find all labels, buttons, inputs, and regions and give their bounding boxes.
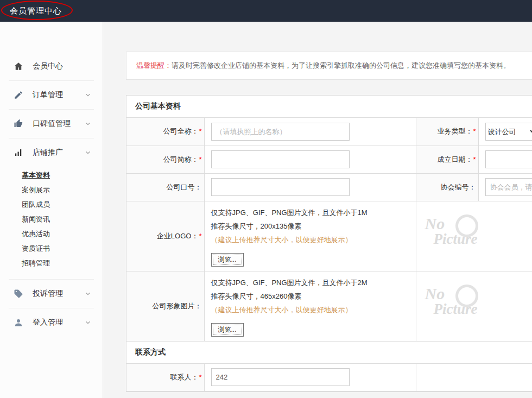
empty-cell	[416, 364, 532, 391]
business-type-input-cell: 设计公司	[478, 118, 532, 146]
contact-table: 联系人：*	[126, 364, 532, 392]
tag-icon	[13, 288, 24, 299]
sidebar-item-label: 订单管理	[33, 90, 84, 100]
company-info-panel: 公司基本资料 公司全称：* 业务类型：* 设计公司	[126, 95, 532, 392]
notice-text: 请及时完善修改企业店铺的基本资料，为了让搜索引擎抓取准确的公司信息，建议您准确填…	[172, 61, 510, 70]
sidebar-group: 订单管理	[9, 80, 94, 109]
required-mark: *	[199, 373, 201, 381]
field-label: 公司口号：	[167, 183, 202, 191]
company-logo-label-cell: 企业LOGO：*	[126, 201, 204, 271]
chevron-down-icon	[84, 91, 92, 99]
sidebar-item-reputation-management[interactable]: 口碑值管理	[9, 110, 94, 138]
table-row: 联系人：*	[126, 364, 532, 391]
association-no-input-cell	[478, 173, 532, 201]
upload-size-line: 推荐头像尺寸，200x135像素	[211, 219, 409, 233]
required-mark: *	[473, 155, 476, 163]
sidebar-item-complaint-management[interactable]: 投诉管理	[9, 280, 94, 308]
main-layout: 会员中心 订单管理 口碑值管理	[0, 22, 532, 398]
established-date-input[interactable]	[485, 150, 532, 168]
table-row: 企业LOGO：* 仅支持JPG、GIF、PNG图片文件，且文件小于1M 推荐头像…	[126, 201, 532, 271]
contact-person-label-cell: 联系人：*	[126, 364, 204, 391]
edit-icon	[13, 90, 24, 100]
sidebar: 会员中心 订单管理 口碑值管理	[0, 22, 103, 398]
sidebar-item-login-management[interactable]: 登入管理	[9, 308, 94, 337]
sidebar-item-order-management[interactable]: 订单管理	[9, 81, 94, 109]
established-date-label-cell: 成立日期：*	[416, 146, 478, 173]
sidebar-submenu: 基本资料 案例展示 团队成员 新闻资讯 优惠活动 资质证书 招聘管理	[9, 167, 94, 279]
upload-hint-line: （建议上传推荐尺寸大小，以便更好地展示）	[211, 303, 409, 317]
table-row: 公司简称：* 成立日期：*	[126, 146, 532, 173]
logo-browse-button[interactable]: 浏览...	[211, 253, 244, 267]
required-mark: *	[199, 127, 201, 135]
company-slogan-label-cell: 公司口号：	[126, 173, 204, 201]
sidebar-subitem-certificates[interactable]: 资质证书	[22, 241, 94, 256]
sidebar-subitem-case-display[interactable]: 案例展示	[22, 182, 94, 197]
sidebar-subitem-recruitment[interactable]: 招聘管理	[22, 256, 94, 270]
contact-person-input[interactable]	[211, 368, 350, 386]
company-full-name-input[interactable]	[211, 123, 350, 141]
upload-rule-line: 仅支持JPG、GIF、PNG图片文件，且文件小于1M	[211, 206, 409, 219]
sidebar-item-label: 登入管理	[33, 318, 84, 327]
sidebar-item-label: 会员中心	[33, 61, 94, 71]
required-mark: *	[473, 127, 476, 135]
section-title-contact: 联系方式	[126, 342, 532, 364]
table-row: 公司口号： 协会编号：	[126, 173, 532, 201]
required-mark: *	[199, 232, 201, 240]
association-no-label-cell: 协会编号：	[416, 173, 478, 201]
sidebar-group: 投诉管理	[9, 279, 94, 308]
no-picture-placeholder: No Picture	[425, 285, 506, 328]
field-label: 协会编号：	[441, 183, 476, 191]
sidebar-group: 店铺推广 基本资料 案例展示 团队成员 新闻资讯 优惠活动 资质证书 招聘管理	[9, 138, 94, 279]
no-picture-text: Picture	[434, 231, 506, 248]
table-row: 公司全称：* 业务类型：* 设计公司	[126, 118, 532, 146]
company-full-name-label-cell: 公司全称：*	[126, 118, 204, 146]
field-label: 公司简称：	[163, 155, 198, 163]
sidebar-subitem-team-members[interactable]: 团队成员	[22, 197, 94, 212]
business-type-select[interactable]: 设计公司	[485, 123, 532, 141]
required-mark: *	[199, 155, 201, 163]
section-title-company-info: 公司基本资料	[126, 96, 532, 118]
image-browse-button[interactable]: 浏览...	[211, 323, 244, 337]
image-preview-cell: No Picture	[416, 271, 532, 341]
sidebar-group: 登入管理	[9, 308, 94, 337]
sidebar-subitem-promotions[interactable]: 优惠活动	[22, 226, 94, 241]
field-label: 联系人：	[170, 373, 198, 381]
company-slogan-input[interactable]	[211, 178, 350, 196]
sidebar-group: 会员中心	[9, 52, 94, 80]
user-icon	[13, 317, 24, 328]
main-content: 温馨提醒：请及时完善修改企业店铺的基本资料，为了让搜索引擎抓取准确的公司信息，建…	[103, 22, 532, 398]
sidebar-item-label: 口碑值管理	[33, 119, 84, 129]
home-icon	[13, 61, 24, 72]
company-image-label-cell: 公司形象图片：	[126, 271, 204, 341]
chevron-down-icon	[84, 290, 92, 298]
association-no-input[interactable]	[485, 178, 532, 196]
field-label: 业务类型：	[437, 127, 472, 135]
field-label: 公司形象图片：	[153, 302, 202, 310]
field-label: 企业LOGO：	[157, 232, 199, 240]
upload-hint-line: （建议上传推荐尺寸大小，以便更好地展示）	[211, 233, 409, 247]
app-header: 会员管理中心	[0, 0, 532, 22]
company-logo-upload-cell: 仅支持JPG、GIF、PNG图片文件，且文件小于1M 推荐头像尺寸，200x13…	[204, 201, 416, 271]
no-picture-text: No	[425, 285, 506, 303]
upload-size-line: 推荐头像尺寸，465x260像素	[211, 289, 409, 303]
business-type-label-cell: 业务类型：*	[416, 118, 478, 146]
no-picture-text: No	[425, 214, 506, 233]
chevron-down-icon	[84, 120, 92, 128]
company-short-name-input[interactable]	[211, 150, 350, 168]
company-full-name-input-cell	[204, 118, 416, 146]
company-image-upload-cell: 仅支持JPG、GIF、PNG图片文件，且文件小于2M 推荐头像尺寸，465x26…	[204, 271, 416, 341]
company-short-name-label-cell: 公司简称：*	[126, 146, 204, 173]
notice-highlight: 温馨提醒：	[136, 61, 172, 70]
chevron-down-icon	[84, 319, 92, 326]
sidebar-item-member-center[interactable]: 会员中心	[9, 52, 94, 80]
company-info-table: 公司全称：* 业务类型：* 设计公司	[126, 118, 532, 342]
sidebar-subitem-basic-info[interactable]: 基本资料	[22, 168, 94, 182]
no-picture-text: Picture	[434, 301, 506, 318]
no-picture-placeholder: No Picture	[425, 214, 506, 258]
sidebar-subitem-news[interactable]: 新闻资讯	[22, 212, 94, 226]
sidebar-item-shop-promotion[interactable]: 店铺推广	[9, 138, 94, 167]
sidebar-item-label: 投诉管理	[33, 289, 84, 299]
bar-chart-icon	[13, 147, 24, 158]
logo-preview-cell: No Picture	[416, 201, 532, 271]
company-slogan-input-cell	[204, 173, 416, 201]
